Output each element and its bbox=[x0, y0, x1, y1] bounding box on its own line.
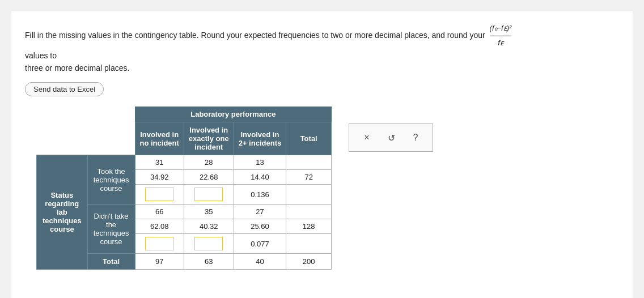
didnt-two-plus-observed: 27 bbox=[234, 205, 286, 219]
main-area: Laboratory performance Involved inno inc… bbox=[25, 107, 619, 270]
took-no-incident-observed: 31 bbox=[135, 155, 184, 170]
didnt-no-incident-chi-input[interactable] bbox=[135, 234, 184, 254]
table-wrapper: Laboratory performance Involved inno inc… bbox=[36, 107, 332, 270]
took-no-incident-expected: 34.92 bbox=[135, 170, 184, 185]
formula-denominator: fᴇ bbox=[490, 36, 512, 49]
instruction-text-end: values to bbox=[25, 51, 57, 60]
instructions: Fill in the missing values in the contin… bbox=[25, 23, 535, 74]
col-header-total: Total bbox=[286, 122, 332, 155]
col-header-two-plus: Involved in2+ incidents bbox=[234, 122, 286, 155]
took-no-incident-input[interactable] bbox=[145, 188, 173, 201]
total-label: Total bbox=[87, 254, 135, 270]
didnt-one-incident-observed: 35 bbox=[184, 205, 234, 219]
formula-numerator: (f₀−fᴇ)² bbox=[490, 23, 512, 36]
didnt-no-incident-input[interactable] bbox=[145, 237, 173, 250]
total-no-incident: 97 bbox=[135, 254, 184, 270]
contingency-table: Laboratory performance Involved inno inc… bbox=[36, 107, 332, 270]
lab-performance-header: Laboratory performance bbox=[135, 107, 332, 122]
formula-display: (f₀−fᴇ)² fᴇ bbox=[490, 23, 512, 49]
dialog-box: × ↺ ? bbox=[349, 124, 433, 152]
didnt-two-plus-expected: 25.60 bbox=[234, 219, 286, 234]
took-total-row1 bbox=[286, 155, 332, 170]
didnt-no-incident-observed: 66 bbox=[135, 205, 184, 219]
dialog-close-button[interactable]: × bbox=[361, 131, 372, 144]
table-row: Statusregardinglabtechniquescourse Took … bbox=[37, 155, 332, 170]
dialog-help-button[interactable]: ? bbox=[410, 131, 422, 144]
took-two-plus-chi: 0.136 bbox=[234, 185, 286, 205]
didnt-one-incident-chi-input[interactable] bbox=[184, 234, 234, 254]
col-header-no-incident: Involved inno incident bbox=[135, 122, 184, 155]
instruction-line2: three or more decimal places. bbox=[25, 63, 129, 73]
took-no-incident-chi-input[interactable] bbox=[135, 185, 184, 205]
dialog-refresh-button[interactable]: ↺ bbox=[384, 131, 399, 144]
took-two-plus-observed: 13 bbox=[234, 155, 286, 170]
took-chi-total bbox=[286, 185, 332, 205]
didnt-total-128: 128 bbox=[286, 219, 332, 234]
took-one-incident-observed: 28 bbox=[184, 155, 234, 170]
status-outer-header: Statusregardinglabtechniquescourse bbox=[37, 155, 88, 270]
took-course-header: Took thetechniquescourse bbox=[87, 155, 135, 205]
didnt-take-header: Didn't takethetechniquescourse bbox=[87, 205, 135, 254]
took-one-incident-input[interactable] bbox=[194, 188, 223, 201]
didnt-chi-total bbox=[286, 234, 332, 254]
send-to-excel-button[interactable]: Send data to Excel bbox=[25, 82, 104, 96]
didnt-no-incident-expected: 62.08 bbox=[135, 219, 184, 234]
didnt-total-row1 bbox=[286, 205, 332, 219]
instruction-text-start: Fill in the missing values in the contin… bbox=[25, 31, 485, 40]
total-two-plus: 40 bbox=[234, 254, 286, 270]
took-two-plus-expected: 14.40 bbox=[234, 170, 286, 185]
took-total-72: 72 bbox=[286, 170, 332, 185]
took-one-incident-chi-input[interactable] bbox=[184, 185, 234, 205]
page-container: Fill in the missing values in the contin… bbox=[11, 11, 633, 298]
col-header-one-incident: Involved inexactly oneincident bbox=[184, 122, 234, 155]
took-one-incident-expected: 22.68 bbox=[184, 170, 234, 185]
total-grand: 200 bbox=[286, 254, 332, 270]
didnt-one-incident-expected: 40.32 bbox=[184, 219, 234, 234]
didnt-one-incident-input[interactable] bbox=[194, 237, 223, 250]
didnt-two-plus-chi: 0.077 bbox=[234, 234, 286, 254]
total-one-incident: 63 bbox=[184, 254, 234, 270]
